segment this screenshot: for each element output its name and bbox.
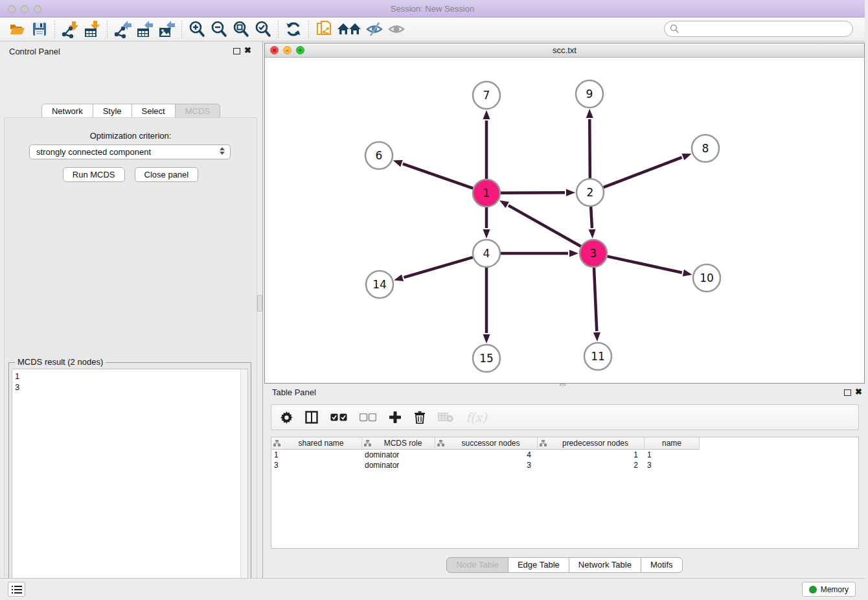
export-network-icon [113,20,131,38]
column-header-predecessor-nodes[interactable]: predecessor nodes [538,437,645,450]
graph-node-11[interactable]: 11 [584,343,611,370]
network-canvas[interactable]: 1234678910111415 [265,58,864,383]
save-session-button[interactable] [29,19,51,39]
table-cell[interactable]: 3 [271,460,362,470]
network-graph[interactable]: 1234678910111415 [265,58,864,383]
zoom-in-button[interactable] [186,19,208,39]
zoom-selected-button[interactable] [252,19,274,39]
show-all-button[interactable] [385,19,407,39]
delete-column-button[interactable] [414,411,426,424]
tab-node-table[interactable]: Node Table [446,557,508,573]
zoom-out-button[interactable] [208,19,230,39]
column-header-name[interactable]: name [645,437,700,450]
export-image-button[interactable] [155,19,177,39]
close-panel-button[interactable]: Close panel [135,167,199,182]
home-view-button[interactable] [335,19,363,39]
graph-edge-2-8[interactable] [604,157,682,187]
column-header-shared-name[interactable]: shared name [271,437,362,450]
graph-node-8[interactable]: 8 [692,135,719,162]
task-history-button[interactable] [8,582,25,597]
graph-edge-4-14[interactable] [404,257,472,277]
search-input[interactable] [680,23,852,36]
graph-node-4[interactable]: 4 [473,240,500,267]
graph-node-label: 10 [700,271,714,284]
list-icon [12,585,22,594]
graph-node-10[interactable]: 10 [693,264,720,292]
graph-node-6[interactable]: 6 [365,142,393,169]
network-from-file-button[interactable] [313,19,335,39]
graph-edge-2-3[interactable] [591,207,592,228]
table-row[interactable]: 3dominator323 [271,460,858,470]
graph-node-label: 14 [372,278,387,291]
graph-node-7[interactable]: 7 [473,82,500,109]
table-cell[interactable]: dominator [362,450,435,460]
table-close-icon[interactable]: ✖ [855,387,862,397]
mcds-panel-body: Optimization criterion: strongly connect… [4,117,257,600]
table-tabbar: Node Table Edge Table Network Table Moti… [264,557,865,573]
table-float-icon[interactable] [844,389,851,396]
graph-node-1[interactable]: 1 [473,179,500,207]
save-icon [32,21,47,37]
graph-node-3[interactable]: 3 [580,240,607,267]
graph-node-15[interactable]: 15 [473,345,500,372]
graph-edge-arrowhead [683,270,692,277]
column-header-successor-nodes[interactable]: successor nodes [435,437,538,450]
table-cell[interactable]: 1 [538,450,645,460]
table-row[interactable]: 1dominator411 [271,450,858,460]
tab-motifs[interactable]: Motifs [641,557,683,573]
graph-node-9[interactable]: 9 [576,80,603,108]
graph-edge-1-6[interactable] [403,164,473,189]
import-network-icon [61,20,79,38]
table-cell[interactable]: 1 [645,450,700,460]
table-cell[interactable]: dominator [362,460,435,470]
import-network-button[interactable] [59,19,81,39]
column-header-mcds-role[interactable]: MCDS role [362,437,435,450]
flatten-icon [437,440,444,446]
tab-network-table[interactable]: Network Table [569,557,641,573]
column-layout-button[interactable] [305,411,318,424]
network-window-titlebar[interactable]: ✕ − + scc.txt [265,43,864,58]
export-network-button[interactable] [111,19,133,39]
memory-button[interactable]: Memory [802,582,856,597]
delete-table-icon [438,412,453,422]
search-box[interactable] [664,21,853,37]
close-panel-icon[interactable]: ✖ [244,45,251,55]
table-cell[interactable]: 1 [271,450,362,460]
deselect-all-columns-button[interactable] [360,413,376,422]
graph-edge-2-9[interactable] [589,119,590,178]
zoom-in-icon [188,20,206,38]
graph-edge-arrowhead [393,160,403,167]
graph-edge-3-1[interactable] [508,205,581,246]
graph-edge-arrowhead [566,189,575,196]
mcds-result-line: 3 [15,382,245,393]
gear-icon [280,411,293,424]
import-table-button[interactable] [81,19,103,39]
open-session-button[interactable] [6,19,29,39]
tab-edge-table[interactable]: Edge Table [508,557,569,573]
graph-edge-arrowhead [483,334,490,343]
graph-edge-3-11[interactable] [594,268,597,331]
table-cell[interactable]: 2 [538,460,645,470]
graph-node-2[interactable]: 2 [577,179,604,206]
hide-selected-button[interactable] [363,19,385,39]
graph-node-14[interactable]: 14 [366,271,393,298]
refresh-button[interactable] [282,19,304,39]
select-all-columns-button[interactable] [330,413,347,422]
zoom-fit-button[interactable] [230,19,252,39]
graph-edge-3-10[interactable] [607,257,681,273]
table-cell[interactable]: 3 [435,460,538,470]
table-settings-button[interactable] [280,411,293,424]
table-cell[interactable]: 3 [645,460,700,470]
network-window-title: scc.txt [265,45,864,55]
export-table-button[interactable] [133,19,155,39]
control-panel-title: Control Panel [9,47,60,56]
graph-edge-1-2[interactable] [501,192,565,193]
table-cell[interactable]: 4 [435,450,538,460]
float-panel-icon[interactable] [233,48,240,54]
add-column-button[interactable] [389,411,402,424]
panel-splitter-handle[interactable] [257,295,262,312]
result-scrollbar[interactable] [240,369,247,600]
criterion-select[interactable]: strongly connected component [29,144,231,159]
mcds-result-list[interactable]: 13 [12,369,248,600]
run-mcds-button[interactable]: Run MCDS [63,167,125,182]
